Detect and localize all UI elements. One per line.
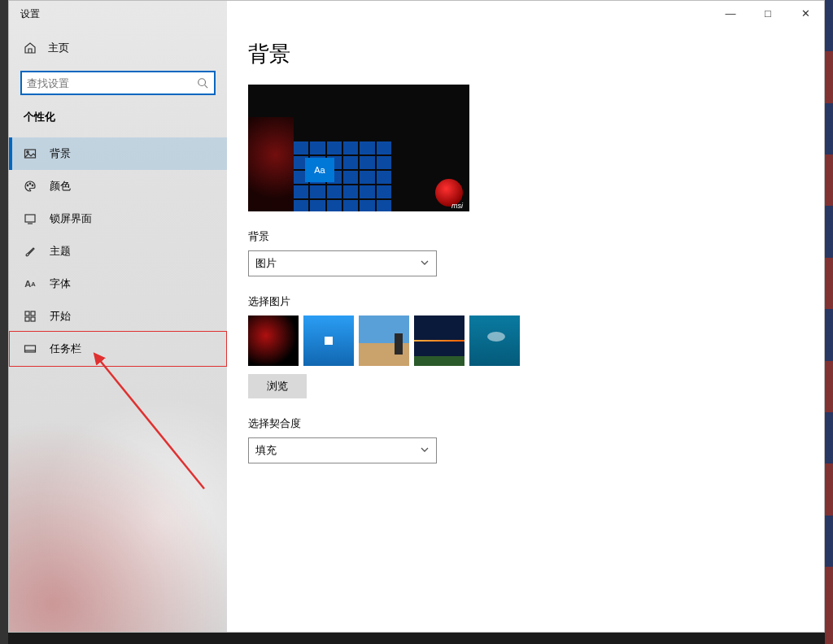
svg-rect-8 bbox=[31, 311, 35, 315]
sidebar-item-label: 任务栏 bbox=[50, 342, 81, 356]
sidebar-item-themes[interactable]: 主题 bbox=[9, 235, 227, 268]
os-taskbar-sliver bbox=[8, 633, 825, 644]
settings-window: 设置 主页 个性化 bbox=[8, 0, 825, 633]
sidebar-item-taskbar[interactable]: 任务栏 bbox=[9, 333, 227, 365]
minimize-button[interactable]: — bbox=[712, 1, 749, 25]
fit-dropdown[interactable]: 填充 bbox=[248, 437, 437, 463]
window-controls: — □ ✕ bbox=[712, 1, 824, 25]
svg-rect-11 bbox=[25, 346, 36, 352]
background-label: 背景 bbox=[248, 229, 803, 244]
home-icon bbox=[24, 41, 37, 54]
svg-point-5 bbox=[32, 185, 33, 186]
page-title: 背景 bbox=[248, 40, 803, 68]
sidebar-nav: 背景 颜色 锁屏界面 bbox=[9, 137, 227, 365]
sidebar-home[interactable]: 主页 bbox=[9, 33, 227, 63]
sidebar: 设置 主页 个性化 bbox=[9, 1, 227, 632]
picture-thumbnails bbox=[248, 315, 803, 366]
fit-dropdown-value: 填充 bbox=[255, 443, 277, 458]
svg-rect-9 bbox=[25, 317, 29, 321]
taskbar-icon bbox=[24, 342, 37, 355]
image-icon bbox=[24, 147, 37, 160]
desktop-preview: Aa msi bbox=[248, 85, 469, 211]
picture-thumb-2[interactable] bbox=[303, 315, 354, 366]
picture-thumb-1[interactable] bbox=[248, 315, 299, 366]
chevron-down-icon bbox=[420, 258, 430, 270]
maximize-button[interactable]: □ bbox=[749, 1, 787, 25]
picture-thumb-4[interactable] bbox=[414, 315, 464, 366]
preview-sample-text: Aa bbox=[305, 158, 334, 182]
sidebar-item-label: 锁屏界面 bbox=[50, 211, 92, 226]
svg-rect-6 bbox=[25, 215, 35, 222]
close-button[interactable]: ✕ bbox=[787, 1, 824, 25]
sidebar-item-label: 背景 bbox=[50, 146, 71, 161]
picture-thumb-3[interactable] bbox=[359, 315, 409, 366]
sidebar-item-label: 字体 bbox=[50, 276, 71, 291]
sidebar-home-label: 主页 bbox=[48, 41, 69, 55]
sidebar-item-label: 开始 bbox=[50, 309, 71, 324]
lock-screen-icon bbox=[24, 212, 37, 225]
svg-rect-7 bbox=[25, 311, 29, 315]
svg-point-4 bbox=[29, 183, 31, 185]
brush-icon bbox=[24, 245, 37, 258]
font-icon: AA bbox=[24, 277, 37, 290]
sidebar-item-label: 颜色 bbox=[50, 179, 71, 194]
background-dropdown[interactable]: 图片 bbox=[248, 250, 437, 276]
picture-thumb-5[interactable] bbox=[469, 315, 520, 366]
app-title: 设置 bbox=[9, 1, 227, 22]
background-dropdown-value: 图片 bbox=[255, 256, 277, 271]
sidebar-item-color[interactable]: 颜色 bbox=[9, 170, 227, 202]
annotation-arrow bbox=[90, 350, 220, 497]
browse-button[interactable]: 浏览 bbox=[248, 374, 307, 398]
svg-point-0 bbox=[198, 79, 206, 86]
svg-rect-10 bbox=[31, 317, 35, 321]
sidebar-item-fonts[interactable]: AA 字体 bbox=[9, 268, 227, 300]
palette-icon bbox=[24, 180, 37, 193]
sidebar-item-start[interactable]: 开始 bbox=[9, 300, 227, 333]
fit-label: 选择契合度 bbox=[248, 416, 803, 431]
chevron-down-icon bbox=[420, 445, 430, 457]
search-input-wrap[interactable] bbox=[20, 71, 216, 95]
sidebar-item-lockscreen[interactable]: 锁屏界面 bbox=[9, 202, 227, 235]
svg-line-13 bbox=[98, 359, 204, 489]
choose-picture-label: 选择图片 bbox=[248, 294, 803, 309]
search-input[interactable] bbox=[22, 72, 191, 94]
sidebar-item-label: 主题 bbox=[50, 244, 71, 259]
sidebar-item-background[interactable]: 背景 bbox=[9, 137, 227, 170]
svg-point-3 bbox=[27, 185, 28, 186]
grid-icon bbox=[24, 310, 37, 323]
preview-msi-label: msi bbox=[451, 202, 463, 210]
preview-dragon-art bbox=[248, 117, 294, 211]
sidebar-section-title: 个性化 bbox=[24, 110, 227, 124]
svg-point-2 bbox=[27, 151, 28, 153]
content-area: — □ ✕ 背景 Aa msi 背景 图片 选择图片 bbox=[227, 1, 824, 632]
search-icon bbox=[191, 77, 214, 89]
